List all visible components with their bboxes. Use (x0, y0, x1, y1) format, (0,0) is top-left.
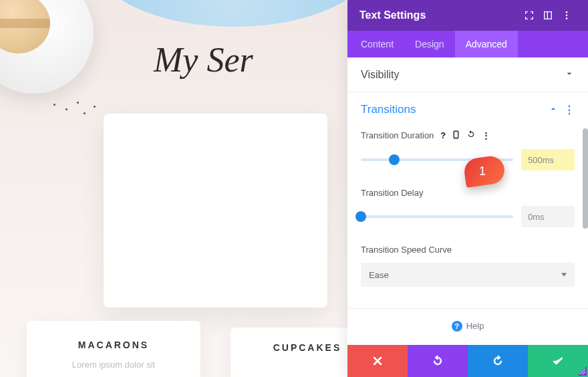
decorative-crumbs (47, 100, 107, 120)
chevron-down-icon (564, 68, 575, 81)
content-card-macarons[interactable]: MACARONS Lorem ipsum dolor sit (27, 321, 200, 377)
reset-icon[interactable] (466, 130, 476, 141)
svg-point-4 (456, 136, 456, 137)
responsive-icon[interactable] (452, 130, 460, 141)
field-transition-curve: Transition Speed Curve (361, 245, 575, 287)
field-label: Transition Duration (361, 130, 434, 140)
svg-point-1 (566, 15, 568, 17)
field-transition-delay: Transition Delay (361, 188, 575, 227)
redo-button[interactable] (468, 345, 528, 377)
svg-point-0 (566, 11, 568, 13)
expand-icon[interactable] (520, 10, 539, 21)
content-card-main[interactable] (104, 114, 327, 307)
panel-title: Text Settings (359, 9, 520, 21)
columns-icon[interactable] (539, 10, 557, 21)
settings-panel: Text Settings Content Design Advanced Vi… (347, 0, 588, 377)
tab-design[interactable]: Design (404, 31, 455, 57)
tab-content[interactable]: Content (347, 31, 404, 57)
undo-button[interactable] (408, 345, 468, 377)
panel-footer (347, 345, 588, 377)
section-transitions: Transitions ⋮ Transition Duration ? (347, 92, 588, 309)
delay-slider[interactable] (361, 215, 513, 218)
card-title: MACARONS (40, 340, 187, 350)
decorative-macaron (0, 0, 50, 53)
card-subtitle: Lorem ipsum dolor sit (40, 360, 187, 370)
svg-point-2 (566, 17, 568, 19)
field-transition-duration: Transition Duration ? ⋮ (361, 130, 575, 170)
panel-header: Text Settings (347, 0, 588, 31)
help-badge-icon: ? (452, 321, 462, 332)
section-title: Visibility (361, 69, 564, 81)
field-label: Transition Delay (361, 188, 423, 198)
section-visibility: Visibility (347, 57, 588, 92)
panel-body: Visibility Transitions ⋮ Transition Dura… (347, 57, 588, 345)
section-title: Transitions (361, 103, 548, 116)
section-toggle[interactable]: Transitions ⋮ (347, 92, 588, 127)
curve-select-wrap[interactable] (361, 263, 575, 287)
panel-tabs: Content Design Advanced (347, 31, 588, 57)
help-link[interactable]: ?Help (347, 309, 588, 345)
tab-advanced[interactable]: Advanced (455, 31, 518, 57)
slider-thumb[interactable] (389, 154, 400, 165)
section-more-icon[interactable]: ⋮ (564, 104, 575, 116)
help-icon[interactable]: ? (440, 130, 446, 140)
delay-input[interactable] (521, 206, 575, 227)
chevron-up-icon (548, 104, 559, 116)
cancel-button[interactable] (347, 345, 408, 377)
help-label: Help (466, 321, 484, 331)
curve-select[interactable] (361, 263, 575, 287)
section-content: Transition Duration ? ⋮ (347, 127, 588, 308)
page-heading: My Ser (154, 40, 253, 80)
decorative-oval (94, 0, 374, 27)
field-more-icon[interactable]: ⋮ (482, 130, 490, 140)
resize-handle-icon[interactable] (577, 366, 587, 376)
scrollbar[interactable] (583, 128, 588, 229)
slider-thumb[interactable] (355, 211, 366, 222)
duration-slider[interactable] (361, 158, 513, 161)
more-icon[interactable] (557, 10, 576, 21)
section-toggle[interactable]: Visibility (347, 57, 588, 92)
duration-input[interactable] (521, 149, 575, 170)
field-label: Transition Speed Curve (361, 245, 452, 255)
decorative-plate (0, 0, 94, 94)
